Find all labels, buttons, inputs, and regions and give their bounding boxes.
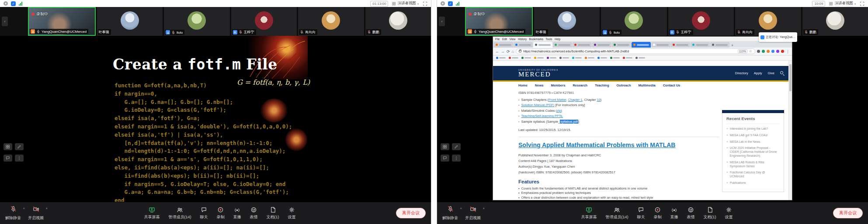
back-icon[interactable]: ←	[495, 49, 499, 54]
manage-members-button[interactable]: 管理成员(14)	[168, 207, 191, 220]
extension-icon[interactable]	[776, 50, 779, 53]
record-button[interactable]: 录制	[217, 207, 225, 220]
more-button[interactable]: ⋮	[452, 155, 461, 162]
caret-up-icon[interactable]: ∧	[460, 207, 462, 210]
unmute-button[interactable]: 解除静音 ∧	[442, 206, 458, 221]
browser-scrollbar[interactable]	[788, 61, 792, 200]
unmute-button[interactable]: 解除静音 ∧	[5, 206, 21, 221]
new-tab-button[interactable]: +	[731, 43, 733, 48]
extension-icon[interactable]	[762, 50, 765, 53]
search-icon[interactable]	[780, 71, 783, 74]
start-video-button[interactable]: 开启视频 ∧	[28, 206, 44, 221]
nav-link-teaching[interactable]: Teaching	[595, 83, 609, 87]
chat-button[interactable]: 聊天	[200, 207, 208, 220]
sidebar-item[interactable]: »Interested in joining the Lab?	[726, 127, 780, 131]
front-matter-link[interactable]: Front Matter	[549, 98, 566, 102]
collapse-filmstrip-button[interactable]: ‹	[439, 17, 445, 26]
bookmark-item[interactable]	[635, 57, 645, 59]
browser-tab[interactable]	[553, 42, 572, 48]
browser-tab[interactable]	[573, 42, 592, 48]
nav-link-give[interactable]: Give	[768, 71, 774, 75]
record-button[interactable]: 录制	[654, 207, 662, 220]
leave-meeting-button[interactable]: 离开会议	[396, 208, 426, 218]
manage-members-button[interactable]: 管理成员(14)	[605, 207, 628, 220]
nav-link-apply[interactable]: Apply	[754, 71, 762, 75]
sidebar-item[interactable]: »Fractional Calculus Day @ UCMerced	[726, 171, 780, 179]
bookmark-item[interactable]	[623, 57, 632, 59]
sidebar-item[interactable]: »MESA Lab in the News	[726, 140, 780, 144]
layout-grid-button[interactable]	[441, 143, 449, 150]
solution-manual-link[interactable]: Solution Manual (PDF)	[521, 103, 554, 107]
nav-link-directory[interactable]: Directory	[735, 71, 748, 75]
browser-menubar[interactable]: File Edit View History Bookmarks Tools H…	[493, 37, 792, 41]
home-icon[interactable]: ⌂	[512, 49, 514, 54]
extension-icon[interactable]	[767, 50, 770, 53]
bookmark-star-icon[interactable]: ☆	[749, 49, 752, 53]
browser-tab[interactable]	[494, 42, 513, 48]
participant-tile[interactable]: 王梓宁	[668, 7, 734, 36]
bookmark-item[interactable]	[509, 57, 518, 59]
chat-panel-button[interactable]	[441, 155, 449, 162]
nav-link-news[interactable]: News	[535, 83, 544, 87]
docs-button[interactable]: 文档(1)	[704, 207, 716, 220]
docs-button[interactable]: 文档(1)	[267, 207, 279, 220]
participant-tile[interactable]: 肖向向	[735, 7, 801, 36]
chapter10-link[interactable]: 10	[597, 98, 600, 102]
refresh-icon[interactable]: ⟳	[507, 49, 510, 54]
book-title-link[interactable]: Solving Applied Mathematical Problems wi…	[518, 141, 719, 148]
codes-zip-link[interactable]: zip	[557, 109, 561, 113]
chat-button[interactable]: 聊天	[637, 207, 645, 220]
caret-up-icon[interactable]: ∧	[23, 207, 25, 210]
url-text[interactable]: https://mechatronics.ucmerced.edu/Scient…	[523, 50, 736, 53]
sidebar-item[interactable]: »MESA LAB got 9 FAA COAs!	[726, 134, 780, 138]
bookmark-item[interactable]	[534, 57, 544, 59]
sidebar-item[interactable]: »UCM 2020 Initiative Proposal - CIDER (C…	[726, 146, 780, 158]
start-video-button[interactable]: 开启视频 ∧	[465, 206, 481, 221]
bookmark-item[interactable]	[496, 57, 506, 59]
browser-tab[interactable]	[691, 42, 710, 48]
nav-link-multimedia[interactable]: Multimedia	[638, 83, 655, 87]
browser-tab-active[interactable]	[533, 42, 552, 48]
chat-panel-button[interactable]	[3, 155, 12, 162]
info-icon[interactable]	[3, 1, 8, 6]
fullscreen-icon[interactable]	[860, 1, 865, 6]
share-screen-button[interactable]: 共享屏幕	[144, 207, 160, 220]
caret-up-icon[interactable]: ∧	[483, 207, 485, 210]
info-icon[interactable]	[441, 1, 445, 6]
settings-button[interactable]: 设置	[288, 207, 296, 220]
extension-icon[interactable]	[757, 50, 760, 53]
bookmark-item[interactable]	[521, 57, 531, 59]
browser-tab[interactable]	[612, 42, 631, 48]
browser-tab[interactable]	[710, 42, 729, 48]
nav-link-home[interactable]: Home	[518, 83, 528, 87]
settings-button[interactable]: 设置	[725, 207, 733, 220]
nav-link-members[interactable]: Members	[551, 83, 565, 87]
participant-tile[interactable]: 王梓宁	[231, 7, 297, 36]
annotate-button[interactable]	[15, 143, 24, 150]
chapter1-link[interactable]: Chapter 1	[568, 98, 583, 102]
security-shield-icon[interactable]: ✓	[448, 1, 453, 6]
browser-tab[interactable]	[671, 42, 690, 48]
collapse-filmstrip-button[interactable]: ‹	[2, 17, 8, 26]
bookmark-item[interactable]	[597, 57, 607, 59]
leave-meeting-button[interactable]: 离开会议	[833, 208, 863, 218]
scrollbar-thumb[interactable]	[789, 64, 792, 91]
browser-tab[interactable]	[514, 42, 533, 48]
browser-tab[interactable]	[592, 42, 611, 48]
discussion-overlay[interactable]: 正在讨论: YangQuanChen…	[759, 32, 797, 42]
participant-tile[interactable]: 叶孝璐	[534, 7, 600, 36]
sharing-indicator-tab[interactable]	[632, 42, 651, 48]
sidebar-item[interactable]: »MESA LAB Robots & Ribs Symposium Series	[726, 161, 780, 169]
extension-icon[interactable]	[781, 50, 784, 53]
live-stream-button[interactable]: 直播	[670, 207, 678, 220]
ppts-link[interactable]: Teaching/Self-learning PPTs.	[521, 114, 563, 118]
reactions-button[interactable]: 表情	[687, 207, 695, 220]
overflow-menu-icon[interactable]: ⋮	[786, 49, 790, 54]
security-shield-icon[interactable]: ✓	[11, 1, 16, 6]
bookmark-item[interactable]	[559, 57, 569, 59]
view-mode-button[interactable]: 演讲者视图 ▾	[829, 1, 856, 6]
participant-tile[interactable]: liulu	[164, 7, 230, 36]
address-bar[interactable]: https://mechatronics.ucmerced.edu/Scient…	[516, 48, 755, 54]
annotate-button[interactable]	[452, 143, 461, 150]
nav-link-contact[interactable]: Contact Us	[663, 83, 681, 87]
